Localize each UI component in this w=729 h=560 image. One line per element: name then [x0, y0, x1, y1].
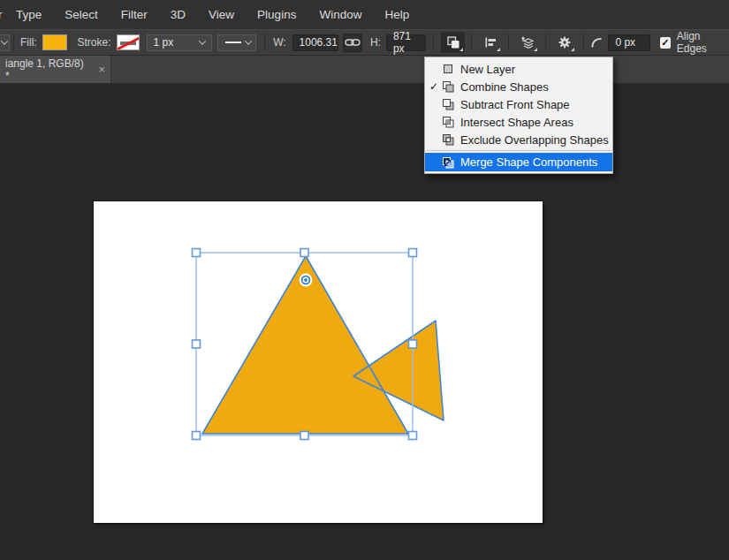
new-layer-icon: [441, 63, 454, 75]
gear-icon: [558, 35, 572, 49]
solid-line-sample: [225, 42, 241, 43]
document-tab[interactable]: iangle 1, RGB/8) * ×: [0, 56, 111, 83]
link-icon: [345, 37, 361, 48]
transform-handle-top-right[interactable]: [409, 249, 417, 257]
fill-label: Fill:: [20, 36, 37, 49]
artboard[interactable]: [94, 201, 543, 523]
transform-handle-middle-left[interactable]: [193, 340, 201, 348]
menu-item-combine-shapes[interactable]: ✓ Combine Shapes: [425, 78, 612, 95]
photoshop-window: r Type Select Filter 3D View Plugins Win…: [0, 0, 729, 560]
stroke-width-combo[interactable]: 1 px: [147, 34, 213, 51]
transform-handle-bottom-right[interactable]: [409, 432, 417, 440]
stroke-color-swatch[interactable]: [117, 34, 140, 50]
corner-radius-input[interactable]: 0 px: [608, 34, 649, 51]
path-operations-dropdown: New Layer ✓ Combine Shapes Subtract Fron…: [424, 57, 613, 174]
shape-settings-button[interactable]: [552, 32, 576, 53]
chevron-down-icon: [241, 35, 255, 50]
path-alignment-button[interactable]: [478, 32, 502, 53]
close-tab-icon[interactable]: ×: [98, 63, 105, 76]
path-operations-button[interactable]: [441, 32, 465, 53]
menu-item-label: Combine Shapes: [460, 80, 549, 94]
menu-item-subtract-front-shape[interactable]: Subtract Front Shape: [425, 95, 612, 113]
chevron-down-icon: [1, 37, 8, 44]
transform-handle-bottom-left[interactable]: [193, 432, 201, 440]
menu-separator: [426, 150, 611, 151]
document-tab-title: iangle 1, RGB/8) *: [5, 57, 89, 82]
exclude-overlapping-shapes-icon: [441, 133, 454, 146]
stroke-width-value: 1 px: [154, 36, 174, 49]
menu-select[interactable]: Select: [53, 0, 110, 29]
subtract-front-shape-icon: [441, 98, 454, 110]
document-tab-bar: iangle 1, RGB/8) * ×: [0, 56, 729, 84]
menu-item-new-layer[interactable]: New Layer: [425, 60, 612, 78]
align-edges-checkbox[interactable]: ✓: [660, 37, 671, 49]
height-label: H:: [370, 36, 381, 49]
shape-width-input[interactable]: 1006.31: [292, 34, 338, 51]
link-dimensions-button[interactable]: [343, 34, 362, 52]
menu-window[interactable]: Window: [308, 0, 373, 29]
shape-height-input[interactable]: 871 px: [386, 34, 427, 51]
chevron-down-icon: [194, 35, 211, 50]
separator: [264, 34, 265, 51]
align-edges-label: Align Edges: [677, 30, 729, 55]
fill-color-swatch[interactable]: [42, 34, 67, 50]
reference-point-indicator: [300, 275, 311, 285]
menu-filter[interactable]: Filter: [110, 0, 159, 29]
menu-help[interactable]: Help: [373, 0, 421, 29]
menu-item-intersect-shape-areas[interactable]: Intersect Shape Areas: [425, 113, 612, 131]
transform-handle-bottom-center[interactable]: [300, 432, 308, 440]
separator: [433, 34, 434, 51]
intersect-shape-areas-icon: [441, 116, 454, 128]
menu-item-merge-shape-components[interactable]: Merge Shape Components: [425, 153, 612, 171]
separator: [583, 34, 584, 51]
separator: [508, 34, 509, 51]
path-arrangement-button[interactable]: [515, 32, 539, 53]
path-operations-icon: [446, 35, 460, 49]
menu-item-label: Exclude Overlapping Shapes: [460, 133, 609, 147]
menu-item-label: Subtract Front Shape: [460, 98, 570, 111]
menu-item-label: Merge Shape Components: [460, 155, 597, 169]
combine-shapes-icon: [441, 80, 454, 93]
dropdown-corner-arrow: [571, 48, 574, 51]
tool-options-bar: Fill: Stroke: 1 px W: 1006.31 H: 871 px: [0, 29, 729, 56]
clipped-tool-combo[interactable]: [0, 34, 10, 51]
separator: [471, 34, 472, 51]
checkmark: ✓: [661, 38, 669, 48]
checkmark-icon: ✓: [429, 80, 441, 93]
menu-item-label: Intersect Shape Areas: [460, 116, 573, 129]
dropdown-corner-arrow: [459, 48, 463, 51]
menu-bar: r Type Select Filter 3D View Plugins Win…: [0, 0, 729, 29]
arrange-layers-icon: [520, 35, 535, 50]
width-label: W:: [273, 36, 285, 49]
stroke-type-combo[interactable]: [217, 34, 256, 51]
transform-handle-middle-right[interactable]: [409, 340, 417, 348]
menu-plugins[interactable]: Plugins: [246, 0, 308, 29]
separator: [545, 34, 546, 51]
menu-view[interactable]: View: [197, 0, 246, 29]
dropdown-corner-arrow: [497, 48, 500, 51]
transform-handle-top-center[interactable]: [300, 249, 308, 257]
transform-handle-top-left[interactable]: [193, 249, 201, 257]
menu-item-label: New Layer: [460, 63, 515, 76]
separator: [13, 34, 14, 51]
stroke-label: Stroke:: [78, 36, 111, 49]
align-icon: [483, 35, 497, 49]
menu-type[interactable]: Type: [4, 0, 53, 29]
corner-radius-icon: [591, 36, 603, 49]
dropdown-corner-arrow: [534, 48, 537, 51]
menu-item-exclude-overlapping-shapes[interactable]: Exclude Overlapping Shapes: [425, 131, 612, 148]
shape-layer-canvas: [94, 201, 543, 523]
menu-3d[interactable]: 3D: [159, 0, 197, 29]
merge-shape-components-icon: [441, 156, 454, 169]
